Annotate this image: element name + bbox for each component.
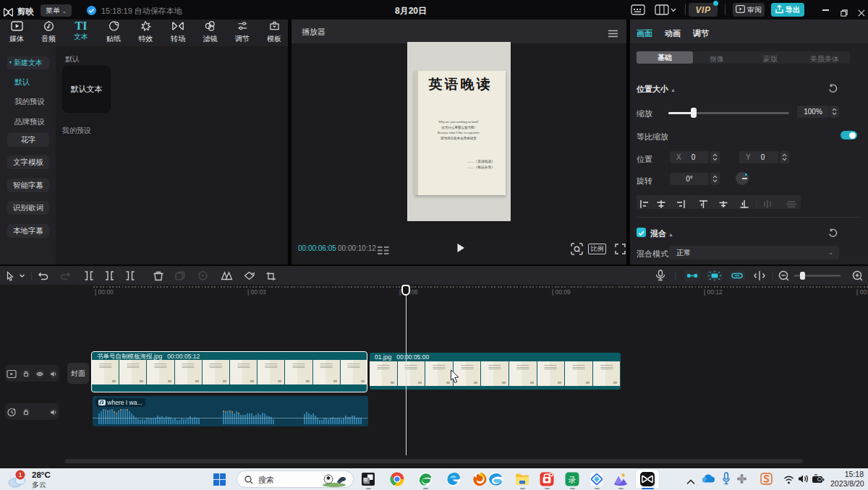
svg-text:录: 录 xyxy=(569,476,576,484)
svg-text:1: 1 xyxy=(18,471,22,478)
